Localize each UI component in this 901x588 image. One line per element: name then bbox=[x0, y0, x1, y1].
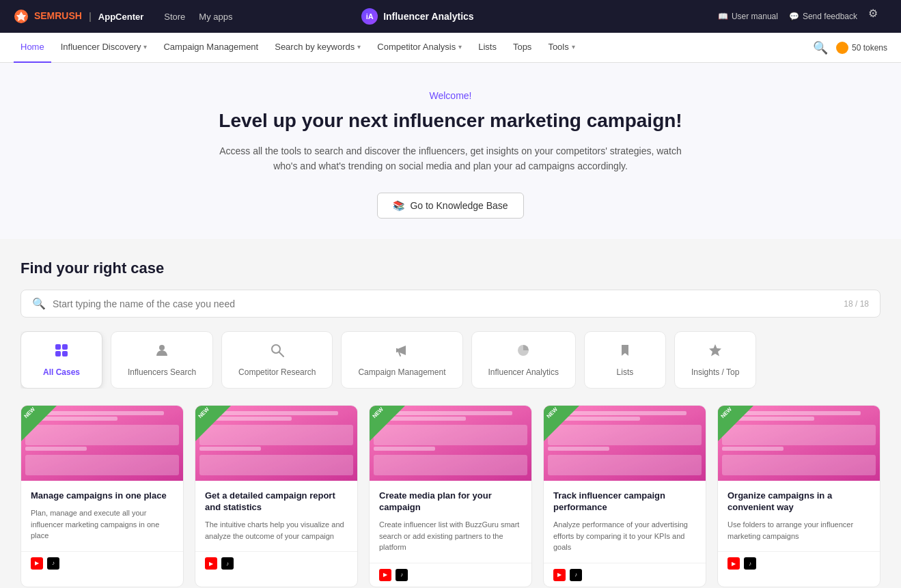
card-body-2: Get a detailed campaign report and stati… bbox=[195, 481, 357, 551]
case-search-input[interactable] bbox=[53, 298, 837, 309]
hero-section: Welcome! Level up your next influencer m… bbox=[0, 63, 901, 239]
knowledge-base-button[interactable]: 📚 Go to Knowledge Base bbox=[377, 193, 523, 219]
pie-icon bbox=[516, 343, 531, 362]
nav-tools[interactable]: Tools ▾ bbox=[541, 33, 581, 63]
tiktok-icon-1: ♪ bbox=[47, 557, 59, 570]
tiktok-icon-4: ♪ bbox=[570, 569, 582, 581]
grid-icon bbox=[54, 343, 69, 362]
top-navigation: SEMRUSH | AppCenter Store My apps iA Inf… bbox=[0, 0, 901, 33]
nav-home[interactable]: Home bbox=[14, 33, 51, 63]
svg-marker-9 bbox=[709, 344, 721, 356]
app-icon: iA bbox=[361, 8, 378, 25]
user-manual-link[interactable]: 📖 User manual bbox=[718, 12, 778, 21]
card-desc-5: Use folders to arrange your influencer m… bbox=[727, 519, 870, 542]
youtube-icon-1: ▶ bbox=[31, 557, 43, 570]
tab-influencer-analytics[interactable]: Influencer Analytics bbox=[471, 331, 576, 389]
nav-influencer-discovery[interactable]: Influencer Discovery ▾ bbox=[54, 33, 154, 63]
card-image-3: NEW bbox=[370, 406, 531, 481]
token-icon bbox=[836, 42, 848, 54]
hero-title: Level up your next influencer marketing … bbox=[14, 109, 887, 132]
hero-description: Access all the tools to search and disco… bbox=[212, 143, 690, 174]
case-card-3[interactable]: NEW Create media plan for your campaign … bbox=[369, 405, 532, 587]
nav-tops[interactable]: Tops bbox=[506, 33, 538, 63]
card-desc-3: Create influencer list with BuzzGuru sma… bbox=[379, 519, 522, 553]
tab-campaign-label: Campaign Management bbox=[358, 367, 445, 377]
tab-campaign-management[interactable]: Campaign Management bbox=[341, 331, 462, 389]
book-icon-2: 📚 bbox=[393, 200, 404, 211]
chevron-down-icon-4: ▾ bbox=[572, 43, 575, 51]
store-link[interactable]: Store bbox=[164, 12, 185, 22]
card-image-4: NEW bbox=[544, 406, 706, 481]
youtube-icon-4: ▶ bbox=[553, 569, 566, 581]
logo[interactable]: SEMRUSH | AppCenter bbox=[14, 9, 143, 24]
tab-influencers-search[interactable]: Influencers Search bbox=[111, 331, 213, 389]
tab-influencers-label: Influencers Search bbox=[128, 367, 196, 377]
search-button[interactable]: 🔍 bbox=[813, 40, 828, 55]
semrush-logo: SEMRUSH bbox=[14, 9, 82, 24]
card-desc-4: Analyze performance of your advertising … bbox=[553, 519, 696, 553]
top-nav-links: Store My apps bbox=[164, 12, 232, 22]
card-footer-3: ▶ ♪ bbox=[370, 563, 531, 587]
case-card-1[interactable]: NEW Manage campaigns in one place Plan, … bbox=[20, 405, 184, 587]
cards-grid: NEW Manage campaigns in one place Plan, … bbox=[20, 405, 881, 587]
case-count: 18 / 18 bbox=[844, 299, 869, 309]
send-feedback-link[interactable]: 💬 Send feedback bbox=[789, 12, 857, 21]
case-search-bar[interactable]: 🔍 18 / 18 bbox=[20, 290, 881, 318]
card-body-4: Track influencer campaign performance An… bbox=[544, 481, 706, 562]
card-title-1: Manage campaigns in one place bbox=[31, 490, 174, 502]
tab-competitor-label: Competitor Research bbox=[238, 367, 316, 377]
youtube-icon-5: ▶ bbox=[727, 557, 740, 570]
tokens-display: 50 tokens bbox=[836, 42, 887, 54]
app-title: Influencer Analytics bbox=[383, 11, 474, 22]
case-card-2[interactable]: NEW Get a detailed campaign report and s… bbox=[195, 405, 358, 587]
search-circle-icon bbox=[270, 343, 285, 362]
card-title-3: Create media plan for your campaign bbox=[379, 490, 522, 514]
chevron-down-icon-3: ▾ bbox=[458, 43, 462, 51]
card-image-2: NEW bbox=[195, 406, 357, 481]
feedback-icon: 💬 bbox=[789, 12, 799, 21]
card-image-5: NEW bbox=[718, 406, 880, 481]
svg-line-8 bbox=[279, 352, 283, 356]
sub-nav-right: 🔍 50 tokens bbox=[813, 40, 887, 55]
tab-all-cases-label: All Cases bbox=[43, 367, 80, 377]
nav-competitor-analysis[interactable]: Competitor Analysis ▾ bbox=[370, 33, 469, 63]
card-footer-4: ▶ ♪ bbox=[544, 563, 706, 587]
tab-all-cases[interactable]: All Cases bbox=[20, 331, 102, 389]
top-nav-right: 📖 User manual 💬 Send feedback ⚙ bbox=[718, 7, 887, 26]
megaphone-icon bbox=[394, 343, 409, 362]
youtube-icon-2: ▶ bbox=[205, 557, 217, 570]
card-body-1: Manage campaigns in one place Plan, mana… bbox=[21, 481, 183, 550]
find-cases-section: Find your right case 🔍 18 / 18 All Cases bbox=[0, 239, 901, 588]
find-cases-title: Find your right case bbox=[20, 260, 881, 277]
tab-lists-label: Lists bbox=[617, 367, 634, 377]
logo-divider: | bbox=[89, 11, 92, 22]
tab-lists[interactable]: Lists bbox=[584, 331, 666, 389]
chevron-down-icon-2: ▾ bbox=[357, 43, 361, 51]
nav-lists[interactable]: Lists bbox=[471, 33, 503, 63]
nav-campaign-management[interactable]: Campaign Management bbox=[156, 33, 265, 63]
chevron-down-icon: ▾ bbox=[143, 43, 147, 51]
card-image-1: NEW bbox=[21, 406, 183, 481]
tiktok-icon-2: ♪ bbox=[221, 557, 234, 570]
my-apps-link[interactable]: My apps bbox=[199, 12, 232, 22]
nav-search-by-keywords[interactable]: Search by keywords ▾ bbox=[268, 33, 368, 63]
card-footer-2: ▶ ♪ bbox=[195, 551, 357, 575]
tab-insights-label: Insights / Top bbox=[691, 367, 740, 377]
card-body-3: Create media plan for your campaign Crea… bbox=[370, 481, 531, 562]
svg-rect-2 bbox=[55, 344, 61, 350]
svg-rect-3 bbox=[62, 344, 68, 350]
svg-point-7 bbox=[272, 345, 280, 353]
settings-button[interactable]: ⚙ bbox=[868, 7, 887, 26]
tiktok-icon-3: ♪ bbox=[396, 569, 408, 581]
tab-insights-top[interactable]: Insights / Top bbox=[674, 331, 757, 389]
svg-rect-5 bbox=[62, 351, 68, 356]
tiktok-icon-5: ♪ bbox=[744, 557, 756, 570]
appcenter-label: AppCenter bbox=[98, 12, 143, 22]
card-desc-2: The intuitive charts help you visualize … bbox=[205, 519, 348, 542]
star-icon bbox=[708, 343, 723, 362]
case-card-5[interactable]: NEW Organize campaigns in a convenient w… bbox=[717, 405, 881, 587]
sub-navigation: Home Influencer Discovery ▾ Campaign Man… bbox=[0, 33, 901, 63]
card-footer-1: ▶ ♪ bbox=[21, 551, 183, 575]
case-card-4[interactable]: NEW Track influencer campaign performanc… bbox=[543, 405, 706, 587]
tab-competitor-research[interactable]: Competitor Research bbox=[221, 331, 333, 389]
